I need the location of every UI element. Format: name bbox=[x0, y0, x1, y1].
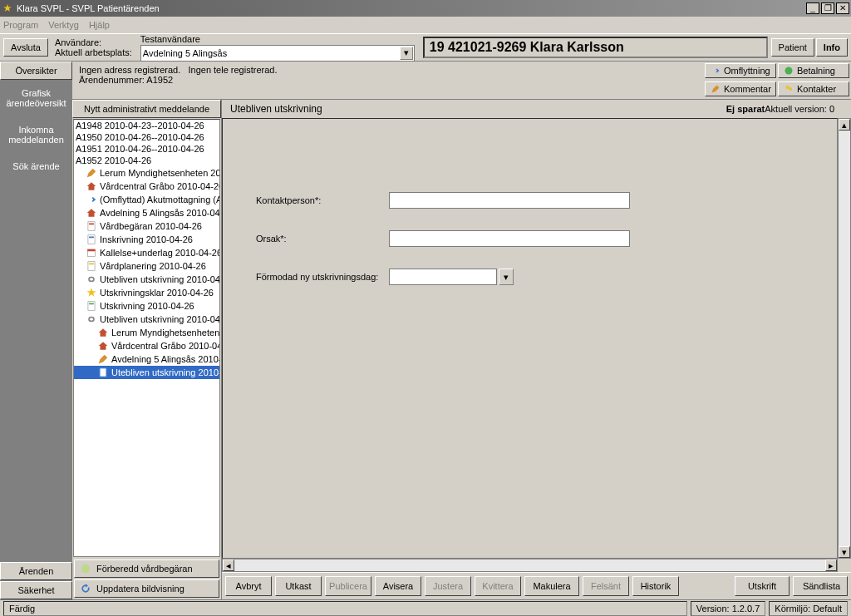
uppdatera-button[interactable]: Uppdatera bildvisning bbox=[74, 579, 219, 598]
link-icon bbox=[86, 274, 97, 285]
arbetsplats-select[interactable]: Avdelning 5 Alingsås ▾ bbox=[140, 45, 415, 62]
scroll-up-icon[interactable]: ▴ bbox=[839, 119, 850, 131]
tree-item-label: Avdelning 5 Alingsås 2010-04-2 bbox=[100, 208, 219, 218]
scroll-left-icon[interactable]: ◂ bbox=[223, 559, 234, 571]
sidebar-tab-sakerhet[interactable]: Säkerhet bbox=[0, 581, 72, 599]
patient-button[interactable]: Patient bbox=[771, 38, 814, 57]
tree-item[interactable]: Utebliven utskrivning 2010-04-2 bbox=[74, 273, 219, 286]
justera-button[interactable]: Justera bbox=[425, 576, 471, 596]
tree-item[interactable]: Utskrivning 2010-04-26 bbox=[74, 299, 219, 313]
tree-item[interactable]: Avdelning 5 Alingsås 2010-0 bbox=[74, 352, 219, 366]
doc-red-icon bbox=[86, 220, 97, 232]
link-icon bbox=[86, 313, 97, 325]
kontakter-button[interactable]: Kontakter bbox=[778, 81, 849, 96]
close-button[interactable]: ✕ bbox=[836, 2, 849, 14]
tree-item-label: Vårdcentral Gråbo 2010-04- bbox=[111, 341, 219, 351]
sidebar-item-sok[interactable]: Sök ärende bbox=[0, 153, 72, 180]
svg-rect-6 bbox=[89, 237, 94, 239]
sandlista-button[interactable]: Sändlista bbox=[793, 576, 848, 596]
house-icon bbox=[86, 207, 97, 219]
sidebar-item-grafisk[interactable]: Grafisk ärendeöversikt bbox=[0, 80, 72, 116]
svg-rect-4 bbox=[89, 224, 94, 225]
status-kormiljo: Körmiljö: Default bbox=[769, 601, 848, 616]
date-picker-button[interactable]: ▾ bbox=[499, 269, 514, 285]
tree-item-label: Avdelning 5 Alingsås 2010-0 bbox=[111, 354, 219, 364]
maximize-button[interactable]: ❐ bbox=[821, 2, 834, 14]
tree-item[interactable]: Vårdcentral Gråbo 2010-04- bbox=[74, 339, 219, 352]
kommentar-button[interactable]: Kommentar bbox=[705, 81, 776, 96]
formodad-input[interactable] bbox=[389, 269, 497, 285]
sidebar-tab-oversikter[interactable]: Översikter bbox=[0, 62, 72, 80]
historik-button[interactable]: Historik bbox=[632, 576, 679, 596]
vertical-scrollbar[interactable]: ▴ ▾ bbox=[838, 118, 851, 559]
tree-item[interactable]: Utskrivningsklar 2010-04-26 bbox=[74, 286, 219, 299]
sidebar-tab-arenden[interactable]: Ärenden bbox=[0, 562, 72, 580]
tree-item[interactable]: Utebliven utskrivning 2010-04-2 bbox=[74, 313, 219, 326]
makulera-button[interactable]: Makulera bbox=[524, 576, 579, 596]
tree-item[interactable]: Lerum Myndighetsenheten 2 bbox=[74, 326, 219, 339]
menu-program[interactable]: Program bbox=[3, 20, 38, 30]
tree-item[interactable]: Inskrivning 2010-04-26 bbox=[74, 233, 219, 246]
menu-verktyg[interactable]: Verktyg bbox=[48, 20, 79, 30]
kontaktperson-input[interactable] bbox=[389, 192, 630, 209]
horizontal-scrollbar[interactable]: ◂ ▸ bbox=[222, 559, 838, 572]
tree-item[interactable]: Lerum Myndighetsenheten 2010 bbox=[74, 166, 219, 180]
tree-column: Nytt administrativt meddelande A1948 201… bbox=[72, 100, 222, 599]
avisera-button[interactable]: Avisera bbox=[375, 576, 421, 596]
felsant-button[interactable]: Felsänt bbox=[583, 576, 629, 596]
svg-rect-9 bbox=[88, 262, 95, 271]
betalning-button[interactable]: Betalning bbox=[778, 63, 849, 78]
tree-item[interactable]: Vårdbegäran 2010-04-26 bbox=[74, 219, 219, 233]
tree-item[interactable]: A1948 2010-04-23--2010-04-26 bbox=[74, 120, 219, 131]
svg-rect-5 bbox=[88, 235, 95, 244]
forberedd-button[interactable]: Förberedd vårdbegäran bbox=[74, 559, 219, 578]
avsluta-button[interactable]: Avsluta bbox=[3, 38, 48, 57]
message-tree[interactable]: A1948 2010-04-23--2010-04-26A1950 2010-0… bbox=[73, 119, 220, 557]
orsak-input[interactable] bbox=[389, 230, 630, 247]
publicera-button[interactable]: Publicera bbox=[325, 576, 371, 596]
tree-item-label: Lerum Myndighetsenheten 2 bbox=[111, 328, 219, 338]
anvandare-value: Testanvändare bbox=[140, 34, 415, 44]
chevron-down-icon: ▾ bbox=[504, 272, 509, 283]
kvittera-button[interactable]: Kvittera bbox=[475, 576, 521, 596]
tree-item-label: Utebliven utskrivning 2010-04-2 bbox=[100, 314, 219, 324]
sidebar-item-inkomna[interactable]: Inkomna meddelanden bbox=[0, 116, 72, 153]
tree-item[interactable]: Vårdplanering 2010-04-26 bbox=[74, 259, 219, 273]
tree-item[interactable]: A1952 2010-04-26 bbox=[74, 155, 219, 166]
info-tele: Ingen tele registrerad. bbox=[188, 65, 277, 75]
tree-item-label: Vårdplanering 2010-04-26 bbox=[100, 261, 206, 271]
tree-item-label: Kallelse+underlag 2010-04-26 bbox=[100, 248, 219, 258]
info-button[interactable]: Info bbox=[816, 38, 848, 57]
minimize-button[interactable]: _ bbox=[806, 2, 819, 14]
scroll-right-icon[interactable]: ▸ bbox=[825, 559, 837, 571]
kommentar-icon bbox=[711, 84, 721, 94]
tree-item[interactable]: Vårdcentral Gråbo 2010-04-26 bbox=[74, 180, 219, 193]
tree-item[interactable]: Avdelning 5 Alingsås 2010-04-2 bbox=[74, 206, 219, 219]
avbryt-button[interactable]: Avbryt bbox=[225, 576, 272, 596]
scroll-down-icon[interactable]: ▾ bbox=[839, 546, 850, 558]
info-address: Ingen adress registrerad. bbox=[79, 65, 180, 75]
tree-item[interactable]: Utebliven utskrivning 2010-0 bbox=[74, 366, 219, 379]
menu-hjalp[interactable]: Hjälp bbox=[89, 20, 110, 30]
kontaktperson-label: Kontaktperson*: bbox=[256, 195, 381, 205]
svg-point-14 bbox=[81, 564, 91, 574]
doc-green-icon bbox=[86, 300, 97, 312]
tree-item-label: A1952 2010-04-26 bbox=[76, 155, 151, 165]
omflyttning-button[interactable]: Omflyttning bbox=[705, 63, 776, 78]
utskrift-button[interactable]: Utskrift bbox=[735, 576, 790, 596]
tree-item[interactable]: (Omflyttad) Akutmottagning (Alin bbox=[74, 193, 219, 206]
uppdatera-icon bbox=[80, 583, 91, 594]
tree-item[interactable]: Kallelse+underlag 2010-04-26 bbox=[74, 246, 219, 259]
tree-item-label: Utebliven utskrivning 2010-0 bbox=[111, 367, 219, 377]
svg-point-1 bbox=[786, 86, 790, 89]
formodad-label: Förmodad ny utskrivningsdag: bbox=[256, 272, 381, 282]
house-icon bbox=[97, 340, 109, 352]
tree-item[interactable]: A1950 2010-04-26--2010-04-26 bbox=[74, 131, 219, 143]
nytt-meddelande-button[interactable]: Nytt administrativt meddelande bbox=[72, 100, 221, 118]
utkast-button[interactable]: Utkast bbox=[275, 576, 322, 596]
tree-item[interactable]: A1951 2010-04-26--2010-04-26 bbox=[74, 143, 219, 155]
anvandare-label: Användare: bbox=[55, 37, 132, 47]
omflyttning-icon bbox=[711, 66, 721, 76]
tree-item-label: Inskrivning 2010-04-26 bbox=[100, 234, 193, 244]
tree-item-label: Utskrivning 2010-04-26 bbox=[100, 301, 194, 311]
